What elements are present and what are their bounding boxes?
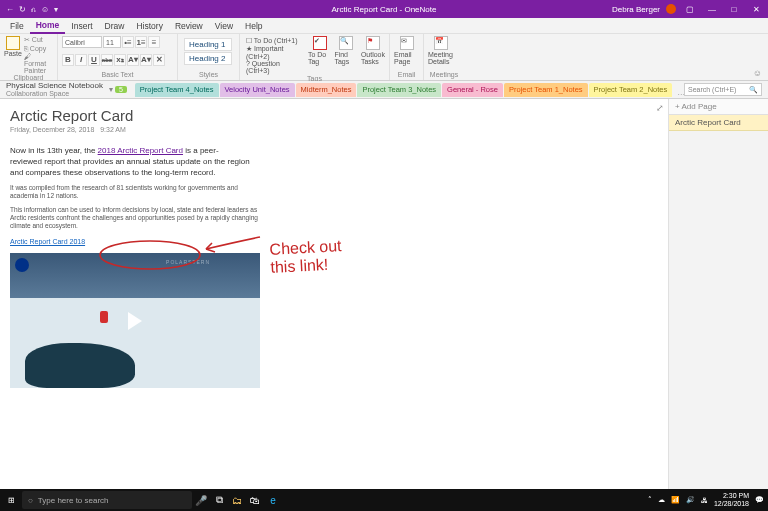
- section-tab[interactable]: Project Team 2_Notes: [589, 83, 673, 97]
- menu-insert[interactable]: Insert: [65, 19, 98, 33]
- menu-home[interactable]: Home: [30, 18, 66, 34]
- taskbar-clock[interactable]: 2:30 PM12/28/2018: [714, 492, 749, 508]
- paste-button[interactable]: Paste: [4, 36, 22, 74]
- align-icon[interactable]: ≡: [148, 36, 160, 48]
- numbering-icon[interactable]: 1≡: [135, 36, 147, 48]
- bullets-icon[interactable]: •≡: [122, 36, 134, 48]
- style-heading1[interactable]: Heading 1: [184, 38, 232, 51]
- feedback-icon[interactable]: ☺: [41, 5, 49, 14]
- body-small-2[interactable]: This information can be used to inform d…: [10, 206, 260, 230]
- tag-question[interactable]: ? Question (Ctrl+3): [246, 60, 303, 74]
- page-meta: Friday, December 28, 2018 9:32 AM: [10, 126, 658, 133]
- notifications-icon[interactable]: 💬: [755, 496, 764, 504]
- ink-text: Check outthis link!: [269, 237, 343, 277]
- start-button[interactable]: ⊞: [0, 496, 22, 505]
- sync-icon[interactable]: ↻: [19, 5, 26, 14]
- taskview-icon[interactable]: ⧉: [210, 494, 228, 506]
- page-canvas[interactable]: ⤢ Arctic Report Card Friday, December 28…: [0, 99, 668, 497]
- style-heading2[interactable]: Heading 2: [184, 52, 232, 65]
- subscript-button[interactable]: x₂: [114, 54, 126, 66]
- copy-button[interactable]: ⎘ Copy: [24, 45, 53, 52]
- menu-history[interactable]: History: [130, 19, 168, 33]
- group-label: Basic Text: [62, 71, 173, 78]
- store-icon[interactable]: 🛍: [246, 495, 264, 506]
- group-label: Styles: [182, 71, 235, 78]
- font-name-select[interactable]: Calibri: [62, 36, 102, 48]
- section-tab[interactable]: Project Team 3_Notes: [357, 83, 441, 97]
- highlight-button[interactable]: A▾: [127, 54, 139, 66]
- strike-button[interactable]: abc: [101, 54, 113, 66]
- menu-draw[interactable]: Draw: [99, 19, 131, 33]
- section-tab[interactable]: Project Team 1_Notes: [504, 83, 588, 97]
- video-watermark: POLARSTERN: [166, 259, 210, 265]
- quick-access-toolbar: ← ↻ ⎌ ☺ ▾: [0, 5, 58, 14]
- menu-file[interactable]: File: [4, 19, 30, 33]
- cut-button[interactable]: ✂ Cut: [24, 36, 53, 44]
- system-tray: ˄ ☁ 📶 🔊 🖧 2:30 PM12/28/2018 💬: [648, 492, 764, 508]
- menu-help[interactable]: Help: [239, 19, 268, 33]
- tray-up-icon[interactable]: ˄: [648, 496, 652, 504]
- notebook-selector[interactable]: Physical Science Notebook Collaboration …: [0, 81, 109, 99]
- minimize-icon[interactable]: —: [704, 5, 720, 14]
- add-page-button[interactable]: + Add Page: [669, 99, 768, 115]
- explorer-icon[interactable]: 🗂: [228, 495, 246, 506]
- todo-tag-button[interactable]: ✔To Do Tag: [308, 36, 331, 75]
- mic-icon[interactable]: 🎤: [192, 495, 210, 506]
- page-list-item[interactable]: Arctic Report Card: [669, 115, 768, 131]
- tag-todo[interactable]: ☐ To Do (Ctrl+1): [246, 37, 303, 45]
- search-input[interactable]: Search (Ctrl+E)🔍: [684, 83, 762, 96]
- onedrive-icon[interactable]: ☁: [658, 496, 665, 504]
- email-page-button[interactable]: ✉Email Page: [394, 36, 420, 65]
- inline-link[interactable]: 2018 Arctic Report Card: [98, 146, 183, 155]
- ribbon-group-email: ✉Email Page Email: [390, 34, 424, 80]
- edge-icon[interactable]: e: [264, 495, 282, 506]
- section-tab[interactable]: Midterm_Notes: [296, 83, 357, 97]
- ribbon-options-icon[interactable]: ▢: [682, 5, 698, 14]
- ribbon-group-tags: ☐ To Do (Ctrl+1) ★ Important (Ctrl+2) ? …: [240, 34, 390, 80]
- outlook-tasks-button[interactable]: ⚑Outlook Tasks: [361, 36, 385, 75]
- taskbar-search[interactable]: ○Type here to search: [22, 491, 192, 509]
- wifi-icon[interactable]: 📶: [671, 496, 680, 504]
- section-tab[interactable]: Velocity Unit_Notes: [220, 83, 295, 97]
- page-list-pane: + Add Page Arctic Report Card: [668, 99, 768, 497]
- back-icon[interactable]: ←: [6, 5, 14, 14]
- body-paragraph[interactable]: Now in its 13th year, the 2018 Arctic Re…: [10, 145, 250, 178]
- page-title[interactable]: Arctic Report Card: [10, 107, 658, 124]
- undo-icon[interactable]: ⎌: [31, 5, 36, 14]
- menu-view[interactable]: View: [209, 19, 239, 33]
- maximize-icon[interactable]: □: [726, 5, 742, 14]
- section-tab[interactable]: General - Rose: [442, 83, 503, 97]
- font-size-select[interactable]: 11: [103, 36, 121, 48]
- menu-review[interactable]: Review: [169, 19, 209, 33]
- user-name[interactable]: Debra Berger: [612, 5, 660, 14]
- close-icon[interactable]: ✕: [748, 5, 764, 14]
- tag-important[interactable]: ★ Important (Ctrl+2): [246, 45, 303, 60]
- help-icon[interactable]: ☺: [753, 68, 762, 78]
- envelope-icon: ✉: [400, 36, 414, 50]
- group-label: Meetings: [428, 71, 460, 78]
- language-icon[interactable]: 🖧: [701, 497, 708, 504]
- volume-icon[interactable]: 🔊: [686, 496, 695, 504]
- underline-button[interactable]: U: [88, 54, 100, 66]
- clear-format-button[interactable]: ✕: [153, 54, 165, 66]
- bold-button[interactable]: B: [62, 54, 74, 66]
- search-icon: 🔍: [749, 86, 758, 94]
- meeting-details-button[interactable]: 📅Meeting Details: [428, 36, 454, 65]
- video-embed[interactable]: POLARSTERN: [10, 253, 260, 388]
- section-tab[interactable]: Project Team 4_Notes: [135, 83, 219, 97]
- play-icon[interactable]: [128, 312, 142, 330]
- format-painter-button[interactable]: 🖌 Format Painter: [24, 53, 53, 74]
- notebook-bar: Physical Science Notebook Collaboration …: [0, 81, 768, 99]
- italic-button[interactable]: I: [75, 54, 87, 66]
- body-small-1[interactable]: It was compiled from the research of 81 …: [10, 184, 260, 200]
- find-tags-button[interactable]: 🔍Find Tags: [334, 36, 357, 75]
- checkbox-icon: ✔: [313, 36, 327, 50]
- ribbon: Paste ✂ Cut ⎘ Copy 🖌 Format Painter Clip…: [0, 34, 768, 81]
- fullscreen-icon[interactable]: ⤢: [656, 103, 664, 113]
- qat-more-icon[interactable]: ▾: [54, 5, 58, 14]
- fontcolor-button[interactable]: A▾: [140, 54, 152, 66]
- avatar[interactable]: [666, 4, 676, 14]
- paste-icon: [6, 36, 20, 50]
- ribbon-group-basictext: Calibri 11 •≡ 1≡ ≡ B I U abc x₂ A▾ A▾ ✕ …: [58, 34, 178, 80]
- cortana-icon: ○: [28, 496, 33, 505]
